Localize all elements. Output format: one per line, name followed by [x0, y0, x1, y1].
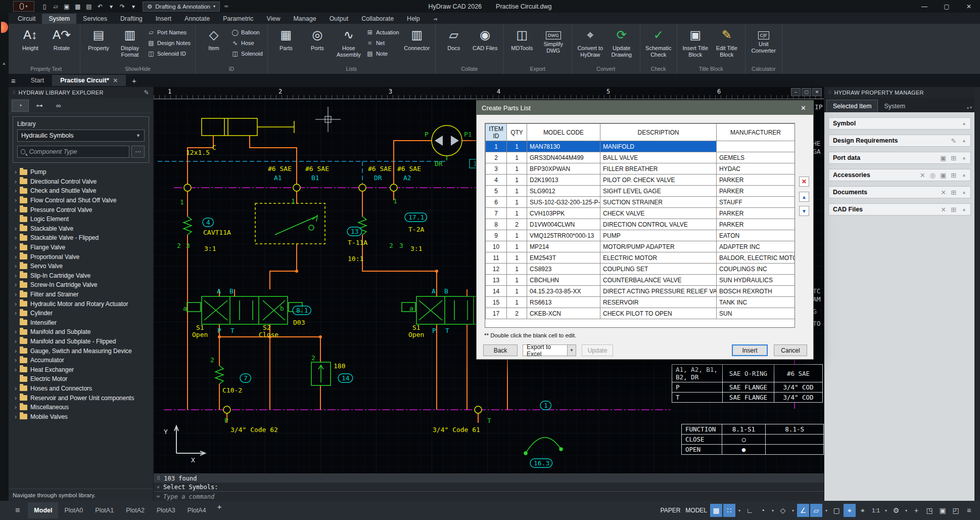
height-button[interactable]: A↕Height [15, 26, 46, 63]
parts-cell[interactable]: VMQ125TRR00*000-13 [527, 230, 600, 241]
parts-cell[interactable]: 2 [507, 219, 527, 230]
parts-cell[interactable]: SLG9012 [527, 186, 600, 197]
parts-cell[interactable]: PARKER [717, 175, 795, 186]
ports-button[interactable]: ◎Ports [302, 26, 333, 63]
doc-tab-start[interactable]: Start [23, 75, 52, 86]
parts-cell[interactable]: FILLER BREATHER [600, 163, 717, 175]
parts-cell[interactable]: D1VW004CLWN [527, 219, 600, 230]
customization-plus-icon[interactable]: + [910, 504, 922, 517]
tree-item-flow-control-and-shut-off-valve[interactable]: ›Flow Control and Shut Off Valve [12, 196, 153, 205]
insert-title-block-button[interactable]: ▣Insert Title Block [680, 26, 711, 63]
tree-item-intensifier[interactable]: Intensifier [12, 318, 153, 328]
note-button[interactable]: ▤Note [366, 49, 399, 58]
tree-item-screw-in-cartridge-valve[interactable]: ›Screw-In Cartridge Valve [12, 280, 153, 290]
parts-row[interactable]: 91VMQ125TRR00*000-13PUMPEATON [486, 230, 795, 241]
component-search-box[interactable] [17, 146, 129, 158]
parts-cell[interactable]: PUMP [600, 230, 717, 241]
balloon-button[interactable]: ◯Balloon [231, 27, 263, 37]
tree-item-directional-control-valve[interactable]: ›Directional Control Valve [12, 177, 153, 187]
parts-cell[interactable]: 1 [507, 208, 527, 219]
edit-note-icon[interactable]: ✎ [951, 137, 956, 145]
delete-row-button[interactable]: ✕ [799, 177, 809, 187]
parts-cell[interactable]: 1 [507, 275, 527, 286]
edit-title-block-button[interactable]: ✎Edit Title Block [711, 26, 742, 63]
panel-grip-icon[interactable]: ⁞⁞ [13, 90, 16, 95]
cancel-button[interactable]: Cancel [774, 344, 807, 356]
parts-cell[interactable]: CVH103PPK [527, 208, 600, 219]
column-header-item-id[interactable]: ITEM ID [486, 124, 507, 141]
layout-tab-plota4[interactable]: PlotA4 [181, 502, 212, 518]
tree-item-slip-in-cartridge-valve[interactable]: ›Slip-In Cartridge Valve [12, 271, 153, 281]
parts-cell[interactable]: BALDOR, ELECTRIC MOTORS [717, 252, 795, 264]
tree-item-proportional-valve[interactable]: ›Proportional Valve [12, 252, 153, 262]
menu-tab-insert[interactable]: Insert [149, 14, 178, 24]
parts-cell[interactable]: 1 [507, 141, 527, 152]
new-tab-button[interactable]: + [126, 76, 143, 85]
annotation-visibility-icon[interactable]: ⌖ [844, 504, 856, 517]
parts-button[interactable]: ▦Parts [270, 26, 302, 63]
tree-item-pressure-control-valve[interactable]: ›Pressure Control Valve [12, 205, 153, 214]
panel-collapse-icon[interactable]: ▲ [2, 61, 6, 66]
column-header-description[interactable]: DESCRIPTION [600, 124, 717, 141]
collapse-icon[interactable]: ▲ [962, 138, 966, 143]
parts-cell[interactable]: SIGHT LEVEL GAGE [600, 186, 717, 197]
snap-mode-icon[interactable]: ∷ [723, 504, 735, 517]
layout-tab-plota1[interactable]: PlotA1 [89, 502, 120, 518]
parts-cell[interactable]: D2K19013 [527, 175, 600, 186]
add-row-icon[interactable]: ⊞ [951, 154, 956, 162]
property-button[interactable]: ▤Property [83, 26, 114, 63]
tree-item-cylinder[interactable]: ›Cylinder [12, 309, 153, 318]
parts-cell[interactable]: 1 [507, 252, 527, 264]
isolate-objects-icon[interactable]: ◳ [923, 504, 936, 517]
object-snap-icon[interactable]: ▱ [810, 504, 822, 517]
drawing-close-icon[interactable]: ✕ [812, 88, 822, 96]
library-select[interactable]: Hydraulic Symbols ▼ [17, 129, 145, 142]
parts-row[interactable]: 151RS6613RESERVOIRTANK INC [486, 297, 795, 308]
tree-item-stackable-valve-flipped[interactable]: ›Stackable Valve - Flipped [12, 233, 153, 243]
drawing-minimize-icon[interactable]: – [791, 88, 801, 96]
hose-button[interactable]: ∿Hose [231, 38, 263, 48]
polar-dropdown-icon[interactable]: ▾ [770, 504, 776, 517]
parts-cell[interactable]: MAN78130 [527, 141, 600, 152]
menu-tab-system[interactable]: System [42, 14, 76, 24]
tree-item-filter-and-strainer[interactable]: ›Filter and Strainer [12, 290, 153, 299]
save-icon[interactable]: ▣ [940, 154, 946, 162]
section-design-requirements[interactable]: Design Requirements✎▲ [828, 135, 971, 147]
back-button[interactable]: Back [483, 344, 518, 356]
parts-cell[interactable]: 6 [486, 197, 507, 208]
more-options-button[interactable]: ⋯ [131, 146, 145, 158]
parts-cell[interactable]: 04.15.23-03-85-XX [527, 286, 600, 297]
parts-cell[interactable]: EM2543T [527, 252, 600, 264]
parts-cell[interactable]: BOSCH REXROTH [717, 286, 795, 297]
command-input[interactable] [163, 493, 821, 500]
hose-assembly-button[interactable]: ∿Hose Assembly [333, 26, 364, 63]
tree-item-miscellaneous[interactable]: ›Miscellaneous [12, 403, 153, 412]
tree-item-manifold-and-subplate[interactable]: ›Manifold and Subplate [12, 327, 153, 337]
clean-screen-icon[interactable]: ◰ [950, 504, 962, 517]
menu-tab-circuit[interactable]: Circuit [11, 14, 42, 24]
section-accessories[interactable]: Accessories✕◎▣⊞▲ [828, 169, 971, 181]
parts-cell[interactable]: ELECTRIC MOTOR [600, 252, 717, 264]
minimize-button[interactable]: — [913, 0, 936, 13]
section-port-data[interactable]: Port data▣⊞▲ [828, 152, 971, 164]
menu-tab-manage[interactable]: Manage [287, 14, 322, 24]
tree-item-hoses-and-connectors[interactable]: ›Hoses and Connectors [12, 384, 153, 394]
tree-item-stackable-valve[interactable]: ›Stackable Valve [12, 224, 153, 234]
edit-library-icon[interactable]: ✎ [144, 89, 149, 96]
tab-scroll-icons[interactable]: ▴▾ [967, 105, 973, 112]
selection-cycling-icon[interactable]: ▢ [830, 504, 843, 517]
inline-component-view-icon[interactable]: ⊶ [31, 100, 48, 112]
parts-cell[interactable]: SUS-102-G32-200-125-P-O [527, 197, 600, 208]
parts-cell[interactable]: PARKER [717, 219, 795, 230]
parts-row[interactable]: 111EM2543TELECTRIC MOTORBALDOR, ELECTRIC… [486, 252, 795, 264]
design-notes-button[interactable]: ▤Design Notes [148, 38, 191, 48]
parts-cell[interactable]: CBCHLHN [527, 275, 600, 286]
delete-icon[interactable]: ✕ [941, 206, 946, 213]
move-row-down-button[interactable]: ▼ [799, 206, 809, 216]
add-row-icon[interactable]: ⊞ [951, 206, 956, 213]
parts-cell[interactable]: SUN [717, 308, 795, 319]
scale-dropdown-icon[interactable]: ▾ [883, 504, 889, 517]
mdtools-button[interactable]: ◫MDTools [506, 26, 538, 63]
add-row-icon[interactable]: ⊞ [951, 189, 956, 196]
parts-cell[interactable]: 2 [486, 152, 507, 163]
